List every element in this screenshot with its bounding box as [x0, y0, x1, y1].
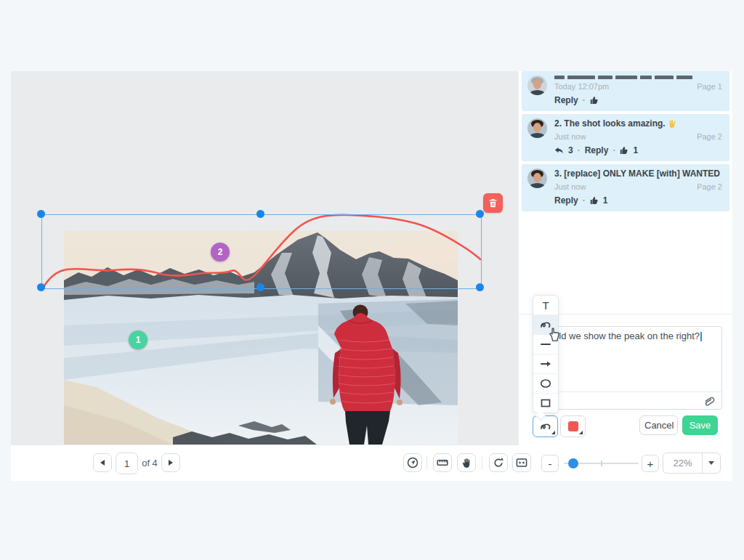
reply-link[interactable]: Reply: [585, 145, 609, 155]
toolbar-divider: [426, 456, 427, 469]
comment-page-label: Page 2: [697, 132, 722, 141]
pan-tool-button[interactable]: [457, 453, 476, 472]
comment-input-text: Should we show the peak on the right?: [537, 330, 702, 341]
freehand-icon: [540, 421, 551, 432]
avatar: [527, 169, 547, 188]
zoom-slider-handle[interactable]: [568, 458, 578, 468]
next-arrow-icon: [169, 460, 173, 466]
comment-timestamp: Just now: [554, 182, 586, 191]
tool-ellipse[interactable]: [533, 374, 558, 394]
comment-card-1[interactable]: Today 12:07pm Page 1 Reply ·: [522, 71, 729, 111]
comment-marker-2[interactable]: 2: [211, 243, 230, 261]
thumbs-up-icon[interactable]: [620, 146, 628, 155]
separator-dot: ·: [578, 145, 581, 155]
page-number-input[interactable]: [116, 453, 138, 474]
forward-arrow-icon[interactable]: [554, 147, 564, 155]
selection-handle-bottom-left[interactable]: [37, 283, 45, 291]
line-icon: [540, 338, 551, 350]
pointer-tool-button[interactable]: [403, 453, 422, 472]
zoom-out-button[interactable]: -: [541, 455, 559, 472]
thumbs-up-icon[interactable]: [590, 196, 599, 205]
comment-card-2[interactable]: 2. The shot looks amazing. Just now Page…: [522, 114, 729, 161]
fit-screen-button[interactable]: [512, 453, 531, 472]
annotation-color-button[interactable]: [560, 415, 586, 437]
corner-expand-icon: [551, 431, 555, 434]
marker-2-number: 2: [218, 247, 223, 257]
cancel-button[interactable]: Cancel: [639, 415, 678, 435]
selection-handle-top-right[interactable]: [476, 210, 484, 218]
prev-page-button[interactable]: [93, 453, 112, 472]
comment-card-3[interactable]: 3. [replace] ONLY MAKE [with] WANTED Jus…: [522, 164, 729, 211]
delete-annotation-button[interactable]: [483, 193, 503, 213]
hand-icon: [461, 457, 472, 468]
avatar: [527, 76, 547, 95]
shape-tool-palette: T: [533, 295, 559, 413]
tool-text[interactable]: T: [533, 296, 558, 315]
comment-page-label: Page 2: [697, 182, 722, 191]
zoom-level-select[interactable]: 22%: [663, 453, 721, 474]
forward-count: 3: [568, 145, 573, 155]
corner-expand-icon: [579, 431, 583, 434]
reply-link[interactable]: Reply: [554, 195, 578, 206]
rectangle-icon: [540, 397, 551, 409]
selection-handle-bottom-right[interactable]: [476, 283, 484, 291]
rotate-button[interactable]: [489, 453, 508, 472]
marker-1-number: 1: [136, 335, 141, 345]
like-count: 1: [633, 145, 638, 155]
separator-dot: ·: [583, 95, 586, 105]
ruler-tool-button[interactable]: [433, 453, 452, 472]
zoom-level-value: 22%: [663, 453, 702, 473]
tool-freehand[interactable]: [533, 315, 558, 335]
comment-text: 2. The shot looks amazing.: [554, 118, 666, 129]
selection-handle-top-left[interactable]: [37, 210, 45, 218]
selection-handle-top-center[interactable]: [256, 210, 264, 218]
zoom-slider-tick: [601, 460, 602, 466]
paperclip-icon[interactable]: [703, 396, 716, 406]
proofing-app: 1 2 Today 12:07pm Page 1 Reply ·: [0, 0, 744, 560]
comment-timestamp: Just now: [554, 132, 586, 141]
active-shape-tool-button[interactable]: [533, 415, 558, 437]
ellipse-icon: [540, 378, 551, 389]
selection-handle-bottom-center[interactable]: [256, 283, 264, 291]
clipped-comment-text: [554, 76, 722, 79]
page-count-label: of 4: [139, 458, 161, 468]
prev-arrow-icon: [100, 460, 105, 466]
arrow-icon: [540, 358, 551, 370]
horns-emoji-icon: [668, 119, 677, 129]
reply-link[interactable]: Reply: [554, 95, 578, 105]
chevron-down-icon[interactable]: [702, 453, 720, 473]
tool-rectangle[interactable]: [533, 394, 558, 413]
comment-page-label: Page 1: [697, 82, 722, 91]
freehand-icon: [540, 319, 551, 330]
bottom-toolbar: of 4 - + 22%: [11, 445, 732, 481]
tool-line[interactable]: [533, 335, 558, 354]
avatar: [527, 118, 547, 138]
text-tool-glyph: T: [542, 299, 549, 312]
trash-icon: [488, 198, 498, 208]
like-count: 1: [603, 195, 608, 206]
red-color-swatch: [568, 421, 578, 431]
toolbar-divider: [482, 456, 482, 469]
comment-timestamp: Today 12:07pm: [554, 82, 609, 91]
comments-panel: Today 12:07pm Page 1 Reply · 2. The shot…: [519, 71, 732, 445]
rotate-icon: [493, 457, 504, 468]
fit-screen-icon: [516, 457, 527, 468]
ruler-icon: [437, 457, 448, 468]
annotation-selection-box[interactable]: [41, 214, 482, 289]
text-caret: [700, 332, 702, 341]
attachment-row: [543, 391, 721, 409]
comment-marker-1[interactable]: 1: [129, 330, 147, 349]
next-page-button[interactable]: [161, 453, 180, 472]
compass-icon: [407, 457, 418, 468]
zoom-in-button[interactable]: +: [642, 455, 659, 472]
separator-dot: ·: [612, 145, 615, 155]
comment-text: 3. [replace] ONLY MAKE [with] WANTED: [554, 169, 720, 179]
separator-dot: ·: [583, 195, 586, 206]
thumbs-up-icon[interactable]: [590, 96, 599, 105]
save-button[interactable]: Save: [682, 415, 718, 435]
tool-arrow[interactable]: [533, 354, 558, 374]
